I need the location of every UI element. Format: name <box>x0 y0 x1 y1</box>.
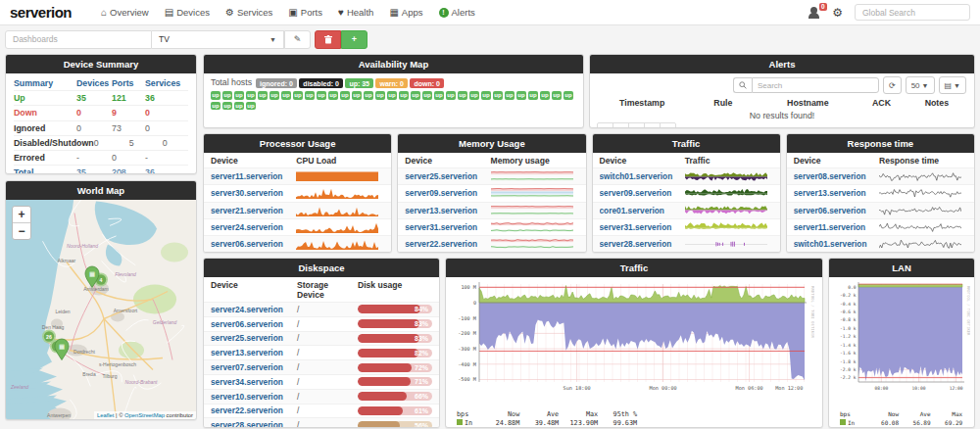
device-link[interactable]: server24.serverion <box>211 222 296 232</box>
device-link[interactable]: server22.serverion <box>405 239 490 249</box>
host-up-square[interactable]: up <box>552 91 562 100</box>
alerts-col-notes[interactable]: Notes <box>907 98 966 108</box>
traffic-graph[interactable] <box>685 204 773 216</box>
nav-item-health[interactable]: ♥Health <box>330 0 381 24</box>
edit-dashboard-button[interactable]: ✎ <box>284 30 311 49</box>
traffic-graph[interactable] <box>685 170 773 183</box>
host-up-square[interactable]: up <box>281 91 291 100</box>
nav-item-services[interactable]: ⚙Services <box>218 0 280 24</box>
memory-usage-graph[interactable] <box>491 221 579 233</box>
alerts-col-timestamp[interactable]: Timestamp <box>598 98 686 108</box>
device-link[interactable]: server28.serverion <box>211 420 297 428</box>
device-link[interactable]: server31.serverion <box>600 222 685 232</box>
col-services[interactable]: Services <box>145 78 188 88</box>
host-up-square[interactable]: up <box>211 91 220 100</box>
pagination-button[interactable]: » <box>660 122 676 128</box>
host-up-square[interactable]: up <box>246 102 256 111</box>
pagination-button[interactable]: « <box>597 122 613 128</box>
device-link[interactable]: server08.serverion <box>794 171 879 181</box>
host-up-square[interactable]: up <box>411 91 420 100</box>
host-up-square[interactable]: up <box>234 102 244 111</box>
nav-item-apps[interactable]: ▦Apps <box>381 0 430 24</box>
refresh-button[interactable]: ⟳ <box>883 76 902 94</box>
host-up-square[interactable]: up <box>222 91 232 100</box>
nav-item-alerts[interactable]: !Alerts <box>431 0 483 24</box>
add-dashboard-button[interactable]: + <box>341 30 368 49</box>
device-link[interactable]: core01.serverion <box>600 206 685 215</box>
pagination-button[interactable]: 1 <box>628 122 645 128</box>
host-up-square[interactable]: up <box>528 91 538 100</box>
cpu-load-graph[interactable] <box>296 221 384 233</box>
response-time-graph[interactable] <box>879 205 967 216</box>
dashboards-input[interactable] <box>5 30 152 49</box>
host-up-square[interactable]: up <box>317 91 326 100</box>
device-link[interactable]: server11.serverion <box>211 171 296 181</box>
traffic-rrd-graph[interactable]: 100 M0-100 M-200 M-300 M-400 M-500 MSun … <box>446 277 822 428</box>
response-time-graph[interactable] <box>879 187 967 199</box>
device-link[interactable]: server06.serverion <box>211 239 296 249</box>
global-search-input[interactable] <box>855 4 970 21</box>
device-link[interactable]: server25.serverion <box>211 333 297 343</box>
nav-item-overview[interactable]: ⌂Overview <box>93 0 157 24</box>
cpu-load-graph[interactable] <box>296 187 384 199</box>
host-up-square[interactable]: up <box>270 91 279 100</box>
host-up-square[interactable]: up <box>481 91 491 100</box>
response-time-graph[interactable] <box>879 221 967 233</box>
leaflet-link[interactable]: Leaflet <box>97 412 114 418</box>
device-link[interactable]: server25.serverion <box>405 171 490 181</box>
zoom-in-button[interactable]: + <box>13 207 30 223</box>
device-link[interactable]: server30.serverion <box>211 188 296 198</box>
host-up-square[interactable]: up <box>564 91 573 100</box>
gear-icon[interactable]: ⚙ <box>832 7 843 19</box>
device-link[interactable]: server07.serverion <box>211 362 297 372</box>
host-up-square[interactable]: up <box>340 91 350 100</box>
host-up-square[interactable]: up <box>422 91 432 100</box>
host-up-square[interactable]: up <box>399 91 409 100</box>
device-link[interactable]: switch01.serverion <box>600 171 685 181</box>
host-up-square[interactable]: up <box>293 91 303 100</box>
cpu-load-graph[interactable] <box>296 205 384 216</box>
device-link[interactable]: server06.serverion <box>794 206 879 215</box>
col-ports[interactable]: Ports <box>112 78 145 88</box>
alerts-search-input[interactable] <box>752 77 879 93</box>
host-up-square[interactable]: up <box>446 91 456 100</box>
device-link[interactable]: switch01.serverion <box>794 239 879 249</box>
host-up-square[interactable]: up <box>222 102 232 111</box>
col-devices[interactable]: Devices <box>76 78 112 88</box>
cpu-load-graph[interactable] <box>296 170 384 182</box>
response-time-graph[interactable] <box>879 170 967 182</box>
traffic-graph[interactable] <box>685 221 773 234</box>
device-link[interactable]: server13.serverion <box>794 188 879 198</box>
device-link[interactable]: server13.serverion <box>211 348 297 358</box>
traffic-graph[interactable] <box>685 187 773 200</box>
device-link[interactable]: server21.serverion <box>211 206 296 215</box>
device-link[interactable]: server28.serverion <box>600 239 685 249</box>
device-link[interactable]: server31.serverion <box>405 222 490 232</box>
dashboard-select[interactable]: TV ▼ <box>152 30 284 49</box>
memory-usage-graph[interactable] <box>491 170 579 182</box>
device-link[interactable]: server09.serverion <box>405 188 490 198</box>
host-up-square[interactable]: up <box>211 102 220 111</box>
host-up-square[interactable]: up <box>434 91 444 100</box>
response-time-graph[interactable] <box>879 238 967 250</box>
nav-item-ports[interactable]: ▣Ports <box>280 0 330 24</box>
user-menu-icon[interactable]: 0 <box>808 7 820 19</box>
device-link[interactable]: server13.serverion <box>405 206 490 215</box>
alerts-col-rule[interactable]: Rule <box>686 98 760 108</box>
host-up-square[interactable]: up <box>540 91 550 100</box>
device-link[interactable]: server06.serverion <box>211 319 297 329</box>
alerts-col-hostname[interactable]: Hostname <box>760 98 856 108</box>
host-up-square[interactable]: up <box>516 91 526 100</box>
host-up-square[interactable]: up <box>493 91 503 100</box>
memory-usage-graph[interactable] <box>491 205 579 216</box>
host-up-square[interactable]: up <box>387 91 397 100</box>
host-up-square[interactable]: up <box>458 91 467 100</box>
page-size-dropdown[interactable]: 50▼ <box>906 76 935 94</box>
host-up-square[interactable]: up <box>364 91 373 100</box>
delete-dashboard-button[interactable] <box>315 30 341 49</box>
cpu-load-graph[interactable] <box>296 238 384 250</box>
device-link[interactable]: server10.serverion <box>211 392 297 402</box>
leaflet-map[interactable]: Noord-HollandAlkmaarFlevolandAmsterdamLe… <box>6 200 196 419</box>
device-link[interactable]: server22.serverion <box>211 405 297 415</box>
columns-dropdown[interactable]: ▤▼ <box>939 76 967 94</box>
